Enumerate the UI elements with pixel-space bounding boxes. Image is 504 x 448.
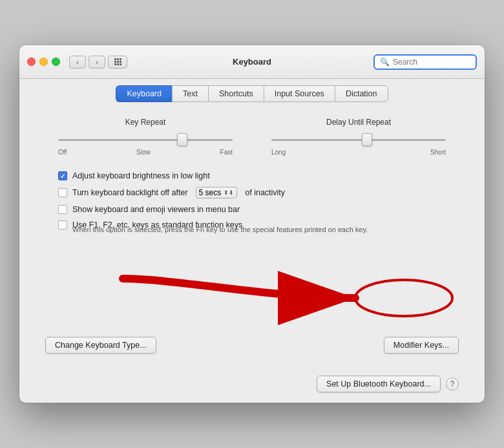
bluetooth-button[interactable]: Set Up Bluetooth Keyboard... — [317, 376, 441, 392]
back-button[interactable]: ‹ — [69, 56, 86, 69]
emoji-label: Show keyboard and emoji viewers in menu … — [72, 205, 240, 214]
tab-input-sources[interactable]: Input Sources — [264, 85, 335, 102]
tab-bar: Keyboard Text Shortcuts Input Sources Di… — [19, 79, 485, 102]
delay-repeat-track — [271, 139, 446, 141]
delay-short-label: Short — [430, 149, 446, 156]
svg-point-1 — [355, 280, 452, 316]
key-repeat-label: Key Repeat — [125, 118, 166, 127]
backlight-select-arrow: ⬆⬇ — [224, 189, 234, 196]
help-button[interactable]: ? — [446, 378, 459, 390]
change-keyboard-button[interactable]: Change Keyboard Type... — [45, 337, 156, 354]
forward-icon: › — [96, 58, 98, 66]
key-repeat-group: Key Repeat Off Slow Fast — [58, 118, 233, 156]
annotation-area — [45, 240, 459, 317]
key-repeat-thumb[interactable] — [177, 133, 187, 146]
key-repeat-fast-label: Fast — [220, 149, 233, 156]
checkbox-section: Adjust keyboard brightness in low light … — [58, 171, 459, 233]
tab-shortcuts[interactable]: Shortcuts — [208, 85, 264, 102]
backlight-select[interactable]: 5 secs ⬆⬇ — [196, 187, 238, 198]
main-window: ‹ › Keyboard 🔍 Keyboard Text Short — [19, 45, 485, 403]
delay-repeat-group: Delay Until Repeat Long Short — [271, 118, 446, 156]
search-icon: 🔍 — [380, 58, 390, 67]
brightness-checkbox[interactable] — [58, 171, 67, 180]
search-box[interactable]: 🔍 — [373, 54, 477, 70]
delay-repeat-label: Delay Until Repeat — [326, 118, 391, 127]
delay-repeat-slider[interactable] — [271, 133, 446, 146]
help-icon: ? — [450, 379, 455, 389]
nav-buttons: ‹ › — [69, 56, 105, 69]
tab-text[interactable]: Text — [172, 85, 208, 102]
footer: Set Up Bluetooth Keyboard... ? — [19, 369, 485, 403]
key-repeat-track — [58, 139, 233, 141]
modifier-keys-button[interactable]: Modifier Keys... — [384, 337, 459, 354]
tab-keyboard[interactable]: Keyboard — [116, 85, 172, 102]
key-repeat-slider[interactable] — [58, 133, 233, 146]
sliders-row: Key Repeat Off Slow Fast Delay Until Rep… — [45, 118, 459, 156]
back-icon: ‹ — [76, 58, 79, 66]
brightness-label: Adjust keyboard brightness in low light — [72, 171, 210, 180]
fn-checkbox[interactable] — [58, 220, 67, 229]
delay-repeat-labels: Long Short — [271, 149, 446, 156]
backlight-label-before: Turn keyboard backlight off after — [72, 188, 188, 197]
brightness-row: Adjust keyboard brightness in low light — [58, 171, 459, 180]
annotation-svg — [45, 240, 459, 317]
bottom-buttons: Change Keyboard Type... Modifier Keys... — [45, 330, 459, 354]
close-button[interactable] — [27, 58, 36, 66]
key-repeat-labels: Off Slow Fast — [58, 149, 233, 156]
fn-section: Use F1, F2, etc. keys as standard functi… — [58, 220, 459, 233]
grid-icon — [114, 58, 121, 65]
content-area: Key Repeat Off Slow Fast Delay Until Rep… — [19, 102, 485, 369]
minimize-button[interactable] — [39, 58, 48, 66]
grid-button[interactable] — [108, 56, 127, 69]
key-repeat-slow-label: Slow — [136, 149, 151, 156]
tab-dictation[interactable]: Dictation — [335, 85, 388, 102]
backlight-label-after: of inactivity — [245, 188, 285, 197]
emoji-checkbox[interactable] — [58, 205, 67, 214]
modifier-btn-wrapper: Modifier Keys... — [384, 337, 459, 354]
traffic-lights — [27, 58, 60, 66]
titlebar: ‹ › Keyboard 🔍 — [19, 45, 485, 79]
key-repeat-off-label: Off — [58, 149, 67, 156]
backlight-select-value: 5 secs — [199, 188, 222, 197]
maximize-button[interactable] — [52, 58, 60, 66]
delay-long-label: Long — [271, 149, 286, 156]
delay-repeat-thumb[interactable] — [362, 133, 372, 146]
backlight-checkbox[interactable] — [58, 188, 67, 197]
fn-hint: When this option is selected, press the … — [72, 226, 459, 233]
backlight-row: Turn keyboard backlight off after 5 secs… — [58, 187, 459, 198]
emoji-row: Show keyboard and emoji viewers in menu … — [58, 205, 459, 214]
forward-button[interactable]: › — [89, 56, 105, 69]
window-title: Keyboard — [233, 57, 271, 67]
search-input[interactable] — [393, 58, 470, 67]
